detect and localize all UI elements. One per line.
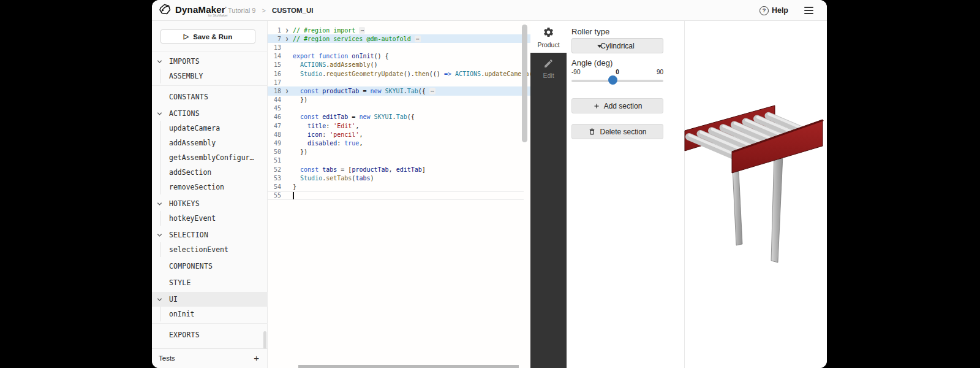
line-number: 52	[268, 166, 281, 173]
help-button[interactable]: ? Help	[760, 6, 788, 15]
code-line-7[interactable]: 7❯// #region services @dm-autofold ⋯	[268, 34, 530, 43]
roller-conveyor-model[interactable]	[684, 101, 827, 267]
code-line-47[interactable]: 47 title: 'Edit',	[268, 121, 530, 130]
topbar: DynaMaker' by SkyMaker Tutorial 9 > CUST…	[152, 0, 827, 21]
angle-slider-handle[interactable]	[608, 75, 617, 85]
sidebar-item-exports[interactable]: EXPORTS	[152, 328, 268, 342]
code-line-52[interactable]: 52 const tabs = [productTab, editTab]	[268, 165, 530, 174]
logo-subtext: by SkyMaker	[208, 13, 228, 17]
editor-horizontal-scrollbar[interactable]	[298, 365, 519, 368]
line-number: 18	[268, 88, 281, 94]
code-line-18[interactable]: 18❯ const productTab = new SKYUI.Tab({ ⋯	[268, 86, 530, 95]
sidebar-item-selection[interactable]: SELECTION	[152, 228, 268, 242]
tests-label: Tests	[159, 355, 175, 362]
sidebar-item-addsection[interactable]: addSection	[152, 165, 268, 180]
code-line-45[interactable]: 45	[268, 104, 530, 113]
line-number: 13	[268, 44, 281, 51]
angle-slider-labels: -90 0 90	[571, 69, 663, 76]
code-line-46[interactable]: 46 const editTab = new SKYUI.Tab({	[268, 113, 530, 121]
angle-label: Angle (deg)	[571, 58, 612, 67]
trash-icon	[588, 128, 596, 136]
breadcrumb: Tutorial 9 > CUSTOM_UI	[228, 0, 313, 21]
breadcrumb-current: CUSTOM_UI	[272, 7, 314, 14]
sidebar-item-getassemblyconfigur[interactable]: getAssemblyConfigur…	[152, 150, 268, 165]
screen-background: DynaMaker' by SkyMaker Tutorial 9 > CUST…	[0, 0, 980, 368]
code-line-14[interactable]: 14export function onInit() {	[268, 52, 530, 61]
line-number: 45	[268, 105, 281, 112]
line-number: 50	[268, 148, 281, 155]
chevron-down-icon	[157, 111, 162, 117]
sidebar-item-actions[interactable]: ACTIONS	[152, 106, 268, 121]
line-number: 44	[268, 96, 281, 103]
code-line-17[interactable]: 17	[268, 78, 530, 86]
roller-type-select[interactable]: Cylindrical	[571, 38, 663, 53]
sidebar-item-selectionevent[interactable]: selectionEvent	[152, 242, 268, 257]
sidebar-item-hotkeys[interactable]: HOTKEYS	[152, 196, 268, 211]
save-and-run-button[interactable]: ▷ Save & Run	[160, 29, 255, 44]
code-line-13[interactable]: 13	[268, 43, 530, 52]
sidebar-scrollbar[interactable]	[263, 331, 266, 349]
sidebar-item-ui[interactable]: UI	[152, 292, 268, 307]
line-number: 47	[268, 123, 281, 129]
fold-chevron-icon[interactable]: ❯	[281, 36, 293, 42]
roller-type-label: Roller type	[571, 27, 609, 36]
angle-value-label: 0	[571, 69, 663, 75]
sidebar-item-addassembly[interactable]: addAssembly	[152, 136, 268, 150]
dynamaker-logo-icon	[158, 2, 172, 16]
line-number: 1	[268, 27, 281, 34]
chevron-down-icon	[157, 297, 162, 302]
breadcrumb-parent[interactable]: Tutorial 9	[228, 7, 255, 14]
help-icon: ?	[760, 6, 769, 15]
angle-slider-track[interactable]	[571, 80, 663, 82]
line-number: 51	[268, 157, 281, 164]
add-section-button[interactable]: Add section	[571, 98, 663, 113]
sidebar-item-oninit[interactable]: onInit	[152, 307, 268, 321]
sidebar-item-hotkeyevent[interactable]: hotkeyEvent	[152, 211, 268, 226]
code-line-44[interactable]: 44 })	[268, 96, 530, 104]
tab-product[interactable]: Product	[530, 21, 567, 53]
product-panel: Roller type Cylindrical Angle (deg) -90 …	[567, 21, 684, 368]
chevron-down-icon	[597, 45, 602, 48]
tree-guide	[160, 121, 160, 136]
plus-icon	[593, 102, 600, 110]
tree-guide	[160, 211, 160, 226]
sidebar-item-style[interactable]: STYLE	[152, 275, 268, 290]
divider	[152, 83, 268, 88]
code-line-50[interactable]: 50 })	[268, 148, 530, 156]
sidebar-item-components[interactable]: COMPONENTS	[152, 259, 268, 274]
code-line-48[interactable]: 48 icon: 'pencil',	[268, 130, 530, 139]
line-number: 17	[268, 79, 281, 86]
divider	[152, 321, 268, 326]
line-number: 49	[268, 140, 281, 147]
code-line-53[interactable]: 53 Studio.setTabs(tabs)	[268, 174, 530, 182]
pencil-icon	[530, 58, 567, 71]
code-line-1[interactable]: 1❯// #region import ⋯	[268, 26, 530, 34]
menu-icon[interactable]	[804, 7, 813, 13]
add-test-button[interactable]: +	[254, 353, 259, 363]
breadcrumb-separator: >	[262, 7, 265, 14]
line-number: 16	[268, 71, 281, 77]
code-line-49[interactable]: 49 disabled: true,	[268, 139, 530, 147]
line-number: 55	[268, 192, 281, 199]
sidebar-item-updatecamera[interactable]: updateCamera	[152, 121, 268, 136]
tree-guide	[160, 307, 160, 321]
code-line-51[interactable]: 51	[268, 156, 530, 165]
fold-chevron-icon[interactable]: ❯	[281, 27, 293, 33]
tree-guide	[160, 165, 160, 180]
code-editor[interactable]: 1❯// #region import ⋯7❯// #region servic…	[268, 21, 530, 368]
sidebar-item-removesection[interactable]: removeSection	[152, 180, 268, 194]
tab-edit[interactable]: Edit	[530, 53, 567, 87]
tree-guide	[160, 242, 160, 257]
sidebar-item-assembly[interactable]: ASSEMBLY	[152, 69, 268, 83]
code-line-16[interactable]: 16 Studio.requestGeometryUpdate().then((…	[268, 69, 530, 78]
code-line-55[interactable]: 55	[268, 191, 530, 200]
sidebar-item-imports[interactable]: IMPORTS	[152, 54, 268, 69]
line-number: 15	[268, 61, 281, 68]
sidebar-item-constants[interactable]: CONSTANTS	[152, 90, 268, 104]
code-line-54[interactable]: 54}	[268, 182, 530, 191]
chevron-down-icon	[157, 201, 162, 207]
fold-chevron-icon[interactable]: ❯	[281, 88, 293, 94]
code-line-15[interactable]: 15 ACTIONS.addAssembly()	[268, 61, 530, 69]
editor-vertical-scrollbar[interactable]	[522, 25, 527, 142]
delete-section-button[interactable]: Delete section	[571, 124, 663, 139]
